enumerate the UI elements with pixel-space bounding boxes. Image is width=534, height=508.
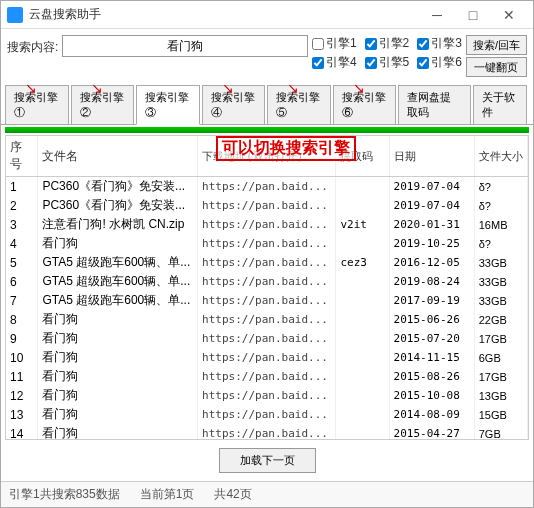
cell-url: https://pan.baid... — [198, 272, 336, 291]
cell-url: https://pan.baid... — [198, 177, 336, 197]
engine-label: 引擎5 — [379, 54, 410, 71]
cell-idx: 6 — [6, 272, 38, 291]
table-row[interactable]: 1PC360《看门狗》免安装...https://pan.baid...2019… — [6, 177, 528, 197]
engine-checkbox[interactable] — [365, 38, 377, 50]
minimize-button[interactable]: ─ — [419, 1, 455, 29]
engine-check-引擎2[interactable]: 引擎2 — [365, 35, 410, 52]
tab-7[interactable]: 关于软件 — [473, 85, 527, 124]
engine-checkbox[interactable] — [312, 38, 324, 50]
engine-checkbox[interactable] — [417, 38, 429, 50]
cell-name: GTA5 超级跑车600辆、单... — [38, 272, 198, 291]
cell-url: https://pan.baid... — [198, 234, 336, 253]
cell-name: 看门狗 — [38, 329, 198, 348]
table-row[interactable]: 7GTA5 超级跑车600辆、单...https://pan.baid...20… — [6, 291, 528, 310]
table-row[interactable]: 10看门狗https://pan.baid...2014-11-156GB — [6, 348, 528, 367]
cell-url: https://pan.baid... — [198, 367, 336, 386]
tab-2[interactable]: 搜索引擎③ — [136, 85, 200, 125]
engine-check-引擎6[interactable]: 引擎6 — [417, 54, 462, 71]
col-date[interactable]: 日期 — [389, 136, 474, 177]
table-row[interactable]: 8看门狗https://pan.baid...2015-06-2622GB — [6, 310, 528, 329]
maximize-button[interactable]: □ — [455, 1, 491, 29]
cell-code: v2it — [336, 215, 389, 234]
cell-url: https://pan.baid... — [198, 405, 336, 424]
cell-idx: 8 — [6, 310, 38, 329]
table-row[interactable]: 9看门狗https://pan.baid...2015-07-2017GB — [6, 329, 528, 348]
table-row[interactable]: 14看门狗https://pan.baid...2015-04-277GB — [6, 424, 528, 440]
search-label: 搜索内容: — [7, 35, 58, 56]
cell-name: 看门狗 — [38, 386, 198, 405]
cell-name: 看门狗 — [38, 348, 198, 367]
engine-check-引擎4[interactable]: 引擎4 — [312, 54, 357, 71]
results-table-wrap[interactable]: 可以切换搜索引擎 序号 文件名 下载地址(双击打开) 提取码 日期 文件大小 1… — [5, 135, 529, 440]
load-more-button[interactable]: 加载下一页 — [219, 448, 316, 473]
table-row[interactable]: 4看门狗https://pan.baid...2019-10-25δ? — [6, 234, 528, 253]
cell-idx: 9 — [6, 329, 38, 348]
cell-url: https://pan.baid... — [198, 329, 336, 348]
engine-label: 引擎6 — [431, 54, 462, 71]
cell-date: 2019-07-04 — [389, 196, 474, 215]
tab-6[interactable]: 查网盘提取码 — [398, 85, 471, 124]
engine-checkbox[interactable] — [312, 57, 324, 69]
cell-size: 17GB — [474, 329, 527, 348]
cell-date: 2019-07-04 — [389, 177, 474, 197]
cell-code — [336, 177, 389, 197]
engine-check-引擎5[interactable]: 引擎5 — [365, 54, 410, 71]
table-row[interactable]: 12看门狗https://pan.baid...2015-10-0813GB — [6, 386, 528, 405]
cell-size: 16MB — [474, 215, 527, 234]
cell-size: 22GB — [474, 310, 527, 329]
cell-size: 13GB — [474, 386, 527, 405]
col-idx[interactable]: 序号 — [6, 136, 38, 177]
col-url[interactable]: 下载地址(双击打开) — [198, 136, 336, 177]
cell-idx: 1 — [6, 177, 38, 197]
tab-4[interactable]: 搜索引擎⑤↘ — [267, 85, 331, 124]
cell-code: cez3 — [336, 253, 389, 272]
flip-page-button[interactable]: 一键翻页 — [466, 57, 527, 77]
search-bar: 搜索内容: 引擎1引擎2引擎3 引擎4引擎5引擎6 搜索/回车 一键翻页 — [1, 29, 533, 83]
cell-size: 6GB — [474, 348, 527, 367]
results-table: 序号 文件名 下载地址(双击打开) 提取码 日期 文件大小 1PC360《看门狗… — [6, 136, 528, 440]
engine-checkbox[interactable] — [365, 57, 377, 69]
cell-idx: 14 — [6, 424, 38, 440]
cell-date: 2019-08-24 — [389, 272, 474, 291]
tab-1[interactable]: 搜索引擎②↘ — [71, 85, 135, 124]
search-button[interactable]: 搜索/回车 — [466, 35, 527, 55]
cell-url: https://pan.baid... — [198, 424, 336, 440]
col-size[interactable]: 文件大小 — [474, 136, 527, 177]
close-button[interactable]: ✕ — [491, 1, 527, 29]
cell-url: https://pan.baid... — [198, 386, 336, 405]
table-row[interactable]: 2PC360《看门狗》免安装...https://pan.baid...2019… — [6, 196, 528, 215]
cell-code — [336, 367, 389, 386]
cell-idx: 7 — [6, 291, 38, 310]
cell-code — [336, 329, 389, 348]
cell-code — [336, 424, 389, 440]
engine-checkbox[interactable] — [417, 57, 429, 69]
cell-code — [336, 386, 389, 405]
table-row[interactable]: 6GTA5 超级跑车600辆、单...https://pan.baid...20… — [6, 272, 528, 291]
table-row[interactable]: 13看门狗https://pan.baid...2014-08-0915GB — [6, 405, 528, 424]
table-row[interactable]: 3注意看门狗! 水树凯 CN.ziphttps://pan.baid...v2i… — [6, 215, 528, 234]
cell-code — [336, 272, 389, 291]
cell-idx: 13 — [6, 405, 38, 424]
table-row[interactable]: 5GTA5 超级跑车600辆、单...https://pan.baid...ce… — [6, 253, 528, 272]
cell-name: 看门狗 — [38, 310, 198, 329]
cell-size: 33GB — [474, 253, 527, 272]
cell-size: 15GB — [474, 405, 527, 424]
tab-3[interactable]: 搜索引擎④↘ — [202, 85, 266, 124]
cell-date: 2015-08-26 — [389, 367, 474, 386]
search-input[interactable] — [62, 35, 308, 57]
cell-idx: 12 — [6, 386, 38, 405]
col-code[interactable]: 提取码 — [336, 136, 389, 177]
engine-label: 引擎4 — [326, 54, 357, 71]
tab-5[interactable]: 搜索引擎⑥↘ — [333, 85, 397, 124]
cell-idx: 3 — [6, 215, 38, 234]
tab-0[interactable]: 搜索引擎①↘ — [5, 85, 69, 124]
cell-name: PC360《看门狗》免安装... — [38, 177, 198, 197]
col-name[interactable]: 文件名 — [38, 136, 198, 177]
cell-idx: 4 — [6, 234, 38, 253]
engine-check-引擎3[interactable]: 引擎3 — [417, 35, 462, 52]
cell-date: 2020-01-31 — [389, 215, 474, 234]
engine-label: 引擎3 — [431, 35, 462, 52]
table-row[interactable]: 11看门狗https://pan.baid...2015-08-2617GB — [6, 367, 528, 386]
tab-bar: 搜索引擎①↘搜索引擎②↘搜索引擎③搜索引擎④↘搜索引擎⑤↘搜索引擎⑥↘查网盘提取… — [1, 85, 533, 125]
engine-check-引擎1[interactable]: 引擎1 — [312, 35, 357, 52]
